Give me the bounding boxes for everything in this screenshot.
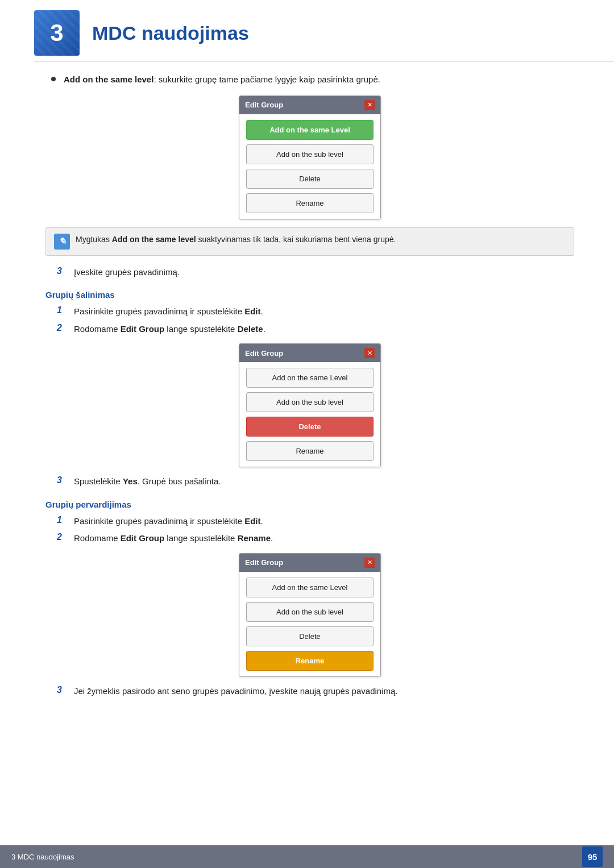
dialog-2-title-bar: Edit Group ✕ — [239, 344, 380, 362]
salinimas-step-1: 1 Pasirinkite grupės pavadinimą ir spust… — [45, 305, 574, 318]
bullet-same-level: Add on the same level: sukurkite grupę t… — [45, 73, 574, 86]
edit-group-dialog-3: Edit Group ✕ Add on the same Level Add o… — [239, 553, 381, 677]
dialog-3-body: Add on the same Level Add on the sub lev… — [239, 572, 380, 676]
bullet-text-same-level: : sukurkite grupę tame pačiame lygyje ka… — [154, 74, 380, 84]
dialog-1-btn-rename[interactable]: Rename — [246, 193, 374, 213]
dialog-1-btn-delete[interactable]: Delete — [246, 169, 374, 189]
salinimas-step-2: 2 Rodomame Edit Group lange spustelėkite… — [45, 323, 574, 336]
dialog-3-btn-delete[interactable]: Delete — [246, 626, 374, 646]
dialog-1-btn-same-level[interactable]: Add on the same Level — [246, 120, 374, 140]
edit-group-dialog-2: Edit Group ✕ Add on the same Level Add o… — [239, 343, 381, 467]
dialog-2-btn-rename[interactable]: Rename — [246, 441, 374, 461]
dialog-1-title-bar: Edit Group ✕ — [239, 96, 380, 114]
pervardinimas-step-2: 2 Rodomame Edit Group lange spustelėkite… — [45, 532, 574, 545]
note-icon: ✎ — [54, 234, 70, 250]
salinimas-step-3: 3 Spustelėkite Yes. Grupė bus pašalinta. — [45, 475, 574, 488]
note-box: ✎ Mygtukas Add on the same level suaktyv… — [45, 227, 574, 256]
pervardinimas-step-num-2: 2 — [57, 532, 66, 542]
pervardinimas-step-num-1: 1 — [57, 515, 66, 525]
pervardinimas-step-text-1: Pasirinkite grupės pavadinimą ir spustel… — [74, 515, 263, 528]
dialog-2-body: Add on the same Level Add on the sub lev… — [239, 362, 380, 467]
step-text-intro-3: Įveskite grupės pavadinimą. — [74, 266, 180, 279]
salinimas-step-num-3: 3 — [57, 475, 66, 485]
bullet-keyword-same-level: Add on the same level — [64, 74, 154, 84]
section-heading-salinimas: Grupių šalinimas — [45, 290, 574, 300]
footer-label: 3 MDC naudojimas — [11, 853, 582, 861]
dialog-3-title: Edit Group — [245, 558, 283, 567]
salinimas-step-num-1: 1 — [57, 305, 66, 315]
salinimas-step-text-1: Pasirinkite grupės pavadinimą ir spustel… — [74, 305, 263, 318]
step-intro-3: 3 Įveskite grupės pavadinimą. — [45, 266, 574, 279]
page-content: Add on the same level: sukurkite grupę t… — [0, 73, 614, 736]
dialog-1-btn-sub-level[interactable]: Add on the sub level — [246, 144, 374, 164]
footer-page-number: 95 — [582, 846, 603, 867]
dialog-3-btn-sub-level[interactable]: Add on the sub level — [246, 602, 374, 622]
section-heading-pervardinimas: Grupių pervardijimas — [45, 500, 574, 509]
dialog-3-close-btn[interactable]: ✕ — [364, 558, 375, 568]
bullet-dot — [51, 77, 56, 81]
dialog-1-title: Edit Group — [245, 101, 283, 109]
page-header: 3 MDC naudojimas — [34, 0, 614, 62]
dialog-1-body: Add on the same Level Add on the sub lev… — [239, 114, 380, 219]
step-num-intro-3: 3 — [57, 266, 66, 276]
page-footer: 3 MDC naudojimas 95 — [0, 845, 614, 868]
salinimas-step-num-2: 2 — [57, 323, 66, 333]
pervardinimas-step-num-3: 3 — [57, 685, 66, 695]
dialog-2-btn-delete[interactable]: Delete — [246, 417, 374, 437]
dialog-2-close-btn[interactable]: ✕ — [364, 348, 375, 358]
salinimas-step-text-2: Rodomame Edit Group lange spustelėkite D… — [74, 323, 265, 336]
dialog-1-close-btn[interactable]: ✕ — [364, 100, 375, 110]
dialog-2-btn-same-level[interactable]: Add on the same Level — [246, 368, 374, 388]
dialog-3-btn-rename[interactable]: Rename — [246, 651, 374, 671]
dialog-3-btn-same-level[interactable]: Add on the same Level — [246, 578, 374, 597]
dialog-2-title: Edit Group — [245, 349, 283, 358]
chapter-badge: 3 — [34, 10, 80, 56]
pervardinimas-step-1: 1 Pasirinkite grupės pavadinimą ir spust… — [45, 515, 574, 528]
salinimas-step-text-3: Spustelėkite Yes. Grupė bus pašalinta. — [74, 475, 221, 488]
pervardinimas-step-3: 3 Jei žymeklis pasirodo ant seno grupės … — [45, 685, 574, 698]
dialog-3-title-bar: Edit Group ✕ — [239, 554, 380, 572]
dialog-2-btn-sub-level[interactable]: Add on the sub level — [246, 392, 374, 412]
page-title: MDC naudojimas — [92, 22, 249, 44]
note-text: Mygtukas Add on the same level suaktyvin… — [76, 234, 396, 246]
pervardinimas-step-text-2: Rodomame Edit Group lange spustelėkite R… — [74, 532, 273, 545]
edit-group-dialog-1: Edit Group ✕ Add on the same Level Add o… — [239, 95, 381, 219]
pervardinimas-step-text-3: Jei žymeklis pasirodo ant seno grupės pa… — [74, 685, 397, 698]
